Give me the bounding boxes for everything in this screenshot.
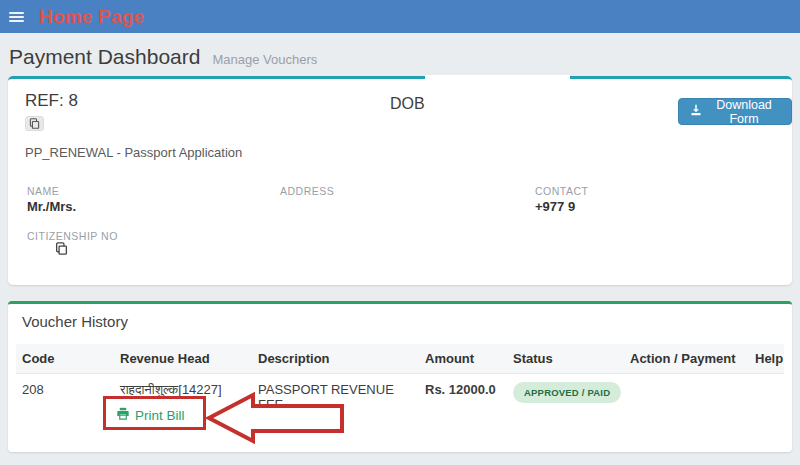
voucher-history-card: Voucher History Code Revenue Head Descri… xyxy=(8,301,792,452)
column-header-status: Status xyxy=(507,344,624,374)
table-row: 208 राहदानीशुल्क[14227] Print Bill xyxy=(16,374,784,432)
hamburger-menu-icon[interactable] xyxy=(9,10,24,24)
dob-label: DOB xyxy=(390,95,425,113)
application-type: PP_RENEWAL - Passport Application xyxy=(25,145,242,160)
copy-ref-button[interactable] xyxy=(25,116,44,131)
name-label: NAME xyxy=(27,185,59,197)
copy-citizenship-button[interactable] xyxy=(55,242,68,255)
action-payment-cell xyxy=(624,374,749,432)
voucher-amount: Rs. 12000.0 xyxy=(419,374,507,432)
contact-value: +977 9 xyxy=(535,199,575,214)
column-header-amount: Amount xyxy=(419,344,507,374)
status-badge: APPROVED / PAID xyxy=(513,382,621,403)
revenue-head-cell: राहदानीशुल्क[14227] Print Bill xyxy=(114,374,252,432)
revenue-head-value: राहदानीशुल्क[14227] xyxy=(120,382,222,397)
name-value: Mr./Mrs. xyxy=(27,199,76,214)
copy-icon xyxy=(55,243,68,258)
download-icon xyxy=(690,104,702,119)
application-card: REF: 8 PP_RENEWAL - Passport Application… xyxy=(8,76,792,285)
column-header-action-payment: Action / Payment xyxy=(624,344,749,374)
column-header-help: Help xyxy=(749,344,784,374)
voucher-table: Code Revenue Head Description Amount Sta… xyxy=(16,344,784,431)
download-form-button[interactable]: Download Form xyxy=(678,98,792,125)
voucher-code: 208 xyxy=(16,374,114,432)
page-header: Payment Dashboard Manage Vouchers xyxy=(0,33,800,76)
column-header-revenue-head: Revenue Head xyxy=(114,344,252,374)
topbar-title: Home Page xyxy=(39,6,144,28)
page-subtitle: Manage Vouchers xyxy=(212,52,317,67)
citizenship-label: CITIZENSHIP NO xyxy=(27,230,118,242)
ref-number: REF: 8 xyxy=(25,91,78,111)
column-header-description: Description xyxy=(252,344,419,374)
copy-icon xyxy=(29,117,40,132)
voucher-history-title: Voucher History xyxy=(8,304,792,330)
help-cell xyxy=(749,374,784,432)
redaction-overlay xyxy=(425,75,570,80)
topbar: Home Page xyxy=(0,0,800,33)
status-cell: APPROVED / PAID xyxy=(507,374,624,432)
address-label: ADDRESS xyxy=(280,185,334,197)
printer-icon xyxy=(116,407,130,423)
page-title: Payment Dashboard xyxy=(9,45,200,69)
column-header-code: Code xyxy=(16,344,114,374)
print-bill-link[interactable]: Print Bill xyxy=(116,407,185,423)
table-header-row: Code Revenue Head Description Amount Sta… xyxy=(16,344,784,374)
voucher-description: PASSPORT REVENUE FEE xyxy=(252,374,419,432)
contact-label: CONTACT xyxy=(535,185,588,197)
